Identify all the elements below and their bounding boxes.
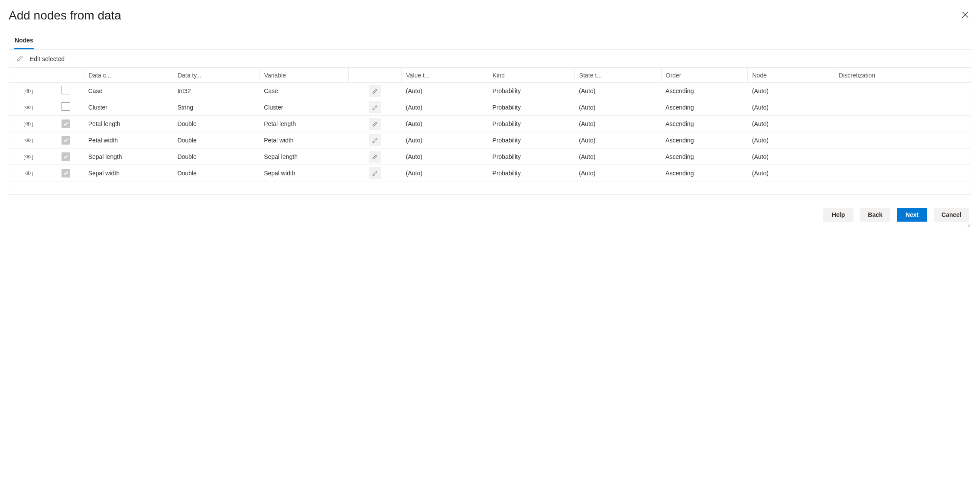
cell-discretization: [834, 165, 971, 181]
table-row[interactable]: []Sepal widthDoubleSepal width(Auto)Prob…: [9, 165, 971, 181]
cell-order: Ascending: [661, 132, 748, 148]
tab-bar: Nodes: [9, 33, 971, 50]
resize-grip-icon[interactable]: [9, 223, 971, 228]
visibility-icon[interactable]: []: [9, 148, 48, 165]
cell-data-column: Sepal length: [84, 148, 173, 165]
visibility-icon[interactable]: []: [9, 165, 48, 181]
row-checkbox[interactable]: [62, 152, 70, 161]
cell-variable: Sepal length: [260, 148, 349, 165]
svg-point-11: [969, 224, 970, 225]
edit-row-button[interactable]: [369, 167, 381, 179]
cell-discretization: [834, 116, 971, 132]
col-variable[interactable]: Variable: [260, 68, 349, 83]
back-button[interactable]: Back: [860, 208, 890, 222]
cell-order: Ascending: [661, 148, 748, 165]
tab-nodes[interactable]: Nodes: [14, 33, 34, 49]
edit-selected-button[interactable]: Edit selected: [30, 55, 65, 62]
col-order[interactable]: Order: [661, 68, 748, 83]
row-checkbox[interactable]: [62, 86, 70, 94]
cell-variable: Case: [260, 83, 349, 99]
cell-value-type: (Auto): [402, 148, 488, 165]
svg-point-3: [27, 139, 29, 141]
edit-row-button[interactable]: [369, 85, 381, 97]
col-data-column[interactable]: Data c...: [84, 68, 173, 83]
cell-variable: Sepal width: [260, 165, 349, 181]
svg-point-0: [27, 90, 29, 92]
cell-variable: Cluster: [260, 99, 349, 116]
col-node[interactable]: Node: [748, 68, 834, 83]
row-checkbox[interactable]: [62, 169, 70, 177]
cell-data-column: Sepal width: [84, 165, 173, 181]
table-row[interactable]: []Petal lengthDoublePetal length(Auto)Pr…: [9, 116, 971, 132]
col-state-type[interactable]: State t...: [574, 68, 661, 83]
close-icon[interactable]: [959, 9, 971, 23]
cell-node: (Auto): [748, 165, 834, 181]
cell-variable: Petal width: [260, 132, 349, 148]
cell-order: Ascending: [661, 83, 748, 99]
cell-node: (Auto): [748, 99, 834, 116]
cell-state-type: (Auto): [574, 165, 661, 181]
cell-value-type: (Auto): [402, 132, 488, 148]
cell-value-type: (Auto): [402, 116, 488, 132]
svg-point-1: [27, 106, 29, 108]
cell-state-type: (Auto): [574, 99, 661, 116]
dialog-footer: Help Back Next Cancel: [9, 208, 971, 222]
cell-state-type: (Auto): [574, 132, 661, 148]
cell-order: Ascending: [661, 99, 748, 116]
table-row[interactable]: []CaseInt32Case(Auto)Probability(Auto)As…: [9, 83, 971, 99]
row-checkbox[interactable]: [62, 136, 70, 145]
col-discretization[interactable]: Discretization: [834, 68, 971, 83]
table-row[interactable]: []Petal widthDoublePetal width(Auto)Prob…: [9, 132, 971, 148]
cell-discretization: [834, 83, 971, 99]
cell-variable: Petal length: [260, 116, 349, 132]
visibility-icon[interactable]: []: [9, 132, 48, 148]
cell-order: Ascending: [661, 165, 748, 181]
cancel-button[interactable]: Cancel: [934, 208, 969, 222]
cell-node: (Auto): [748, 83, 834, 99]
edit-row-button[interactable]: [369, 101, 381, 113]
cell-data-type: String: [173, 99, 260, 116]
row-checkbox[interactable]: [62, 119, 70, 128]
edit-row-button[interactable]: [369, 134, 381, 146]
next-button[interactable]: Next: [897, 208, 927, 222]
cell-state-type: (Auto): [574, 83, 661, 99]
cell-kind: Probability: [488, 83, 575, 99]
cell-value-type: (Auto): [402, 83, 488, 99]
toolbar: Edit selected: [9, 50, 971, 68]
cell-node: (Auto): [748, 148, 834, 165]
cell-state-type: (Auto): [574, 148, 661, 165]
cell-discretization: [834, 99, 971, 116]
col-value-type[interactable]: Value t...: [402, 68, 488, 83]
svg-point-6: [969, 226, 970, 227]
table-row[interactable]: []ClusterStringCluster(Auto)Probability(…: [9, 99, 971, 116]
help-button[interactable]: Help: [823, 208, 853, 222]
row-checkbox[interactable]: [62, 102, 70, 111]
visibility-icon[interactable]: []: [9, 99, 48, 116]
cell-data-column: Cluster: [84, 99, 173, 116]
col-data-type[interactable]: Data ty...: [173, 68, 260, 83]
cell-kind: Probability: [488, 165, 575, 181]
edit-row-button[interactable]: [369, 151, 381, 163]
col-kind[interactable]: Kind: [488, 68, 575, 83]
edit-row-button[interactable]: [369, 118, 381, 130]
cell-data-type: Double: [173, 165, 260, 181]
cell-data-type: Int32: [173, 83, 260, 99]
table-row[interactable]: []Sepal lengthDoubleSepal length(Auto)Pr…: [9, 148, 971, 165]
cell-discretization: [834, 132, 971, 148]
svg-point-8: [969, 225, 970, 226]
cell-data-type: Double: [173, 132, 260, 148]
svg-point-4: [27, 156, 29, 158]
visibility-icon[interactable]: []: [9, 116, 48, 132]
cell-data-column: Case: [84, 83, 173, 99]
svg-point-5: [27, 172, 29, 174]
cell-state-type: (Auto): [574, 116, 661, 132]
cell-node: (Auto): [748, 132, 834, 148]
cell-kind: Probability: [488, 132, 575, 148]
cell-discretization: [834, 148, 971, 165]
visibility-icon[interactable]: []: [9, 83, 48, 99]
cell-data-column: Petal width: [84, 132, 173, 148]
cell-kind: Probability: [488, 148, 575, 165]
cell-data-column: Petal length: [84, 116, 173, 132]
svg-point-7: [968, 226, 969, 227]
cell-node: (Auto): [748, 116, 834, 132]
